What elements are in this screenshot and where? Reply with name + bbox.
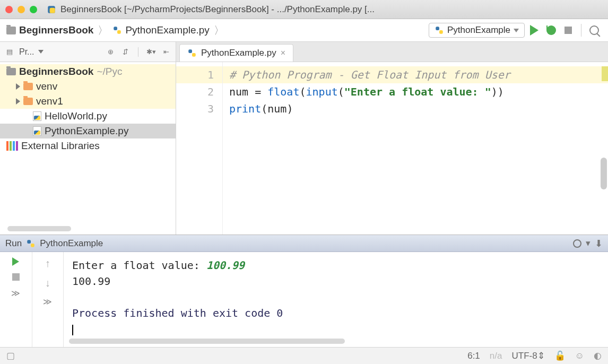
python-icon [435,25,444,35]
line-gutter: 1 2 3 [176,62,223,235]
svg-rect-9 [31,244,34,247]
inspector-icon[interactable]: ☺ [575,351,584,361]
run-button[interactable] [527,23,542,38]
project-sidebar: ▤ Pr... ⊕ ⇵ ✱▾ ⇤ BeginnersBook ~/Pyc ven… [0,42,176,235]
down-arrow-icon[interactable]: ↓ [45,277,50,289]
window-title: BeginnersBook [~/PycharmProjects/Beginne… [60,4,375,15]
project-view-icon[interactable]: ▤ [4,47,15,57]
project-panel-label[interactable]: Pr... [19,47,34,57]
expand-icon[interactable]: ≫ [11,288,20,298]
line-number: 3 [180,100,214,117]
run-panel-header: Run PythonExample ▾ ⬇ [0,235,608,252]
tab-label: PythonExample.py [201,48,276,58]
folder-icon [6,27,16,34]
disclosure-icon[interactable] [16,83,20,90]
expand-icon[interactable]: ≫ [43,297,52,307]
download-icon[interactable]: ⬇ [595,238,603,249]
bug-icon [546,25,556,35]
code-content[interactable]: # Python Program - Get Float Input from … [223,62,608,235]
search-everywhere-button[interactable] [587,23,602,38]
line-separator[interactable]: n/a [490,351,502,361]
console-output[interactable]: Enter a float value: 100.99 100.99 Proce… [64,252,608,347]
gear-icon[interactable] [573,239,581,248]
folder-icon [23,83,33,90]
svg-rect-7 [192,53,196,57]
code-editor: PythonExample.py × 1 2 3 # Python Progra… [176,42,608,235]
editor-tabs: PythonExample.py × [176,42,608,62]
close-tab-icon[interactable]: × [281,48,285,58]
tree-item-venv1[interactable]: venv1 [0,94,176,109]
tree-item-venv[interactable]: venv [0,79,176,94]
file-encoding[interactable]: UTF-8⇕ [511,350,544,361]
breadcrumb-file[interactable]: PythonExample.py [125,24,209,36]
folder-icon [23,98,33,105]
feedback-icon[interactable]: ◐ [594,350,602,361]
python-file-icon [33,111,41,121]
error-stripe-marker[interactable] [602,66,608,81]
svg-rect-2 [114,27,118,30]
code-comment: # Python Program - Get Float Input from … [229,68,510,81]
scroll-from-source-icon[interactable]: ⊕ [105,47,116,57]
settings-icon[interactable]: ✱▾ [146,47,157,57]
dropdown-icon[interactable]: ▾ [586,238,590,249]
stop-icon [564,27,572,34]
external-libraries[interactable]: External Libraries [0,138,176,153]
run-config-name: PythonExample [40,238,103,249]
disclosure-icon[interactable] [16,98,20,105]
window-controls [5,6,37,13]
project-toolbar: ▤ Pr... ⊕ ⇵ ✱▾ ⇤ [0,42,176,62]
horizontal-scrollbar[interactable] [7,226,71,231]
svg-rect-6 [188,49,192,53]
run-panel-label: Run [5,238,22,249]
run-config-label: PythonExample [447,25,510,36]
breadcrumb-project[interactable]: BeginnersBook [19,24,93,36]
status-bar: ▢ 6:1 n/a UTF-8⇕ 🔓 ☺ ◐ [0,347,608,364]
run-toolbar: ≫ ↑ ↓ ≫ [0,252,64,347]
horizontal-scrollbar[interactable] [69,339,345,344]
external-libraries-label: External Libraries [21,140,100,152]
breadcrumb: BeginnersBook 〉 PythonExample.py 〉 [6,23,225,38]
search-icon [589,25,599,35]
close-window-button[interactable] [5,6,13,13]
navigation-bar: BeginnersBook 〉 PythonExample.py 〉 Pytho… [0,19,608,42]
tree-item-pythonexample[interactable]: PythonExample.py [0,124,176,138]
editor-tab[interactable]: PythonExample.py × [179,44,293,62]
vertical-scrollbar[interactable] [601,158,607,189]
lock-icon[interactable]: 🔓 [554,350,566,361]
dropdown-icon[interactable] [38,50,44,54]
updown-icon: ⇕ [537,351,545,361]
separator [581,24,581,37]
tree-label: PythonExample.py [45,125,128,137]
code-area[interactable]: 1 2 3 # Python Program - Get Float Input… [176,62,608,235]
chevron-right-icon: 〉 [98,23,108,38]
hide-icon[interactable]: ⇤ [161,47,171,57]
up-arrow-icon[interactable]: ↑ [45,257,50,270]
minimize-window-button[interactable] [18,6,25,13]
run-configuration-selector[interactable]: PythonExample [429,23,525,38]
rerun-button[interactable] [12,257,19,266]
tree-item-helloworld[interactable]: HelloWorld.py [0,109,176,124]
caret-position[interactable]: 6:1 [467,351,480,361]
collapse-all-icon[interactable]: ⇵ [120,47,131,57]
project-tree[interactable]: BeginnersBook ~/Pyc venv venv1 HelloWorl… [0,62,176,223]
tree-label: venv1 [36,96,63,107]
debug-button[interactable] [544,23,559,38]
line-number: 2 [180,83,214,100]
svg-rect-4 [436,27,439,30]
stop-button[interactable] [561,23,576,38]
stop-icon [12,273,20,281]
python-icon [26,239,36,248]
console-cursor [72,325,73,335]
python-file-icon [33,126,41,136]
tree-label: venv [36,81,57,92]
tool-windows-icon[interactable]: ▢ [6,350,15,361]
app-icon [47,5,56,14]
maximize-window-button[interactable] [30,6,37,13]
dropdown-icon [514,29,519,32]
window-titlebar: BeginnersBook [~/PycharmProjects/Beginne… [0,0,608,19]
python-file-icon [187,48,197,58]
stop-button[interactable] [12,273,20,281]
project-root[interactable]: BeginnersBook ~/Pyc [0,64,176,79]
line-number: 1 [176,66,222,83]
python-file-icon [112,25,122,35]
